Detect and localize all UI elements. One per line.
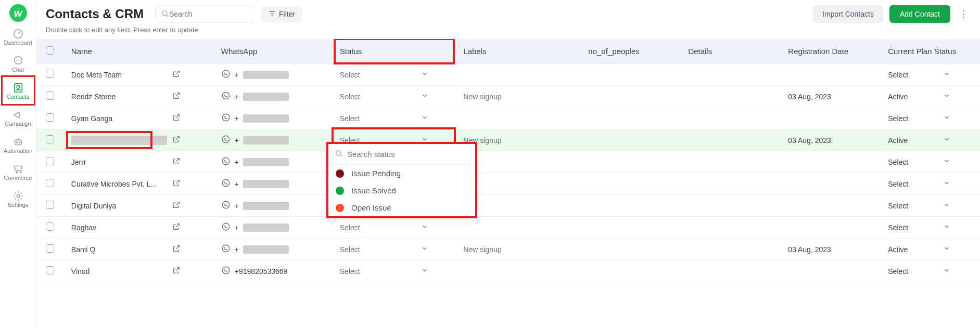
nop-cell[interactable] [581, 239, 681, 260]
table-row[interactable]: Gyan Ganga+SelectSelect [36, 108, 980, 129]
col-plan-status[interactable]: Current Plan Status [881, 39, 980, 64]
sidebar-item-contacts[interactable]: Contacts [3, 77, 34, 104]
table-row[interactable]: Digital Duniya+SelectSelect [36, 195, 980, 217]
details-cell[interactable] [681, 217, 781, 239]
details-cell[interactable] [681, 86, 781, 108]
search-input-wrap[interactable] [155, 6, 254, 23]
nop-cell[interactable] [581, 86, 681, 108]
registration-date-cell[interactable] [781, 151, 881, 173]
row-checkbox[interactable] [46, 179, 54, 187]
open-contact-icon[interactable] [172, 70, 181, 80]
plan-select[interactable]: Select [888, 223, 950, 232]
sidebar-item-commerce[interactable]: Commerce [3, 158, 34, 185]
whatsapp-cell[interactable]: + [221, 178, 325, 189]
details-cell[interactable] [681, 151, 781, 173]
open-contact-icon[interactable] [172, 179, 181, 189]
filter-button[interactable]: Filter [261, 6, 302, 22]
row-checkbox[interactable] [46, 113, 54, 122]
import-contacts-button[interactable]: Import Contacts [813, 5, 883, 23]
row-checkbox[interactable] [46, 201, 54, 209]
sidebar-item-campaign[interactable]: Campaign [3, 104, 34, 131]
plan-select[interactable]: Select [888, 179, 950, 188]
status-option[interactable]: Open Issue [328, 199, 475, 216]
registration-date-cell[interactable] [781, 260, 881, 282]
plan-select[interactable]: Select [888, 201, 950, 210]
whatsapp-cell[interactable]: + [221, 244, 325, 255]
open-contact-icon[interactable] [172, 201, 181, 211]
nop-cell[interactable] [581, 260, 681, 282]
status-option[interactable]: Issue Pending [328, 165, 475, 182]
nop-cell[interactable] [581, 151, 681, 173]
table-row[interactable]: +SelectNew signup03 Aug, 2023Active [36, 129, 980, 151]
labels-cell[interactable] [456, 217, 581, 239]
registration-date-cell[interactable] [781, 64, 881, 86]
whatsapp-cell[interactable]: + [221, 91, 325, 102]
nop-cell[interactable] [581, 173, 681, 195]
row-checkbox[interactable] [46, 157, 54, 165]
registration-date-cell[interactable]: 03 Aug, 2023 [781, 239, 881, 260]
table-row[interactable]: Jerrr+SelectSelect [36, 151, 980, 173]
details-cell[interactable] [681, 129, 781, 151]
add-contact-button[interactable]: Add Contact [889, 5, 950, 23]
registration-date-cell[interactable]: 03 Aug, 2023 [781, 86, 881, 108]
whatsapp-cell[interactable]: + [221, 156, 325, 167]
status-option[interactable]: Issue Solved [328, 182, 475, 199]
col-details[interactable]: Details [681, 39, 781, 64]
details-cell[interactable] [681, 173, 781, 195]
labels-cell[interactable]: New signup [456, 86, 581, 108]
details-cell[interactable] [681, 195, 781, 217]
table-row[interactable]: Curative Microbes Pvt. L...+SelectSelect [36, 173, 980, 195]
registration-date-cell[interactable] [781, 108, 881, 129]
status-select[interactable]: Select [340, 267, 428, 275]
row-checkbox[interactable] [46, 266, 54, 274]
labels-cell[interactable] [456, 64, 581, 86]
col-registration-date[interactable]: Registration Date [781, 39, 881, 64]
open-contact-icon[interactable] [172, 222, 181, 232]
col-labels[interactable]: Labels [456, 39, 581, 64]
plan-select[interactable]: Active [888, 136, 950, 145]
plan-select[interactable]: Select [888, 158, 950, 166]
nop-cell[interactable] [581, 108, 681, 129]
row-checkbox[interactable] [46, 222, 54, 231]
plan-select[interactable]: Select [888, 70, 950, 79]
row-checkbox[interactable] [46, 135, 54, 143]
table-row[interactable]: Rendz Storee+SelectNew signup03 Aug, 202… [36, 86, 980, 108]
whatsapp-cell[interactable]: + [221, 222, 325, 233]
table-row[interactable]: Banti Q+SelectNew signup03 Aug, 2023Acti… [36, 239, 980, 260]
row-checkbox[interactable] [46, 91, 54, 100]
registration-date-cell[interactable] [781, 195, 881, 217]
status-select[interactable]: Select [340, 223, 428, 232]
col-name[interactable]: Name [64, 39, 214, 64]
status-select[interactable]: Select [340, 70, 428, 79]
whatsapp-cell[interactable]: + [221, 135, 325, 146]
plan-select[interactable]: Active [888, 92, 950, 101]
registration-date-cell[interactable] [781, 217, 881, 239]
sidebar-item-dashboard[interactable]: Dashboard [3, 23, 34, 50]
open-contact-icon[interactable] [172, 157, 181, 167]
open-contact-icon[interactable] [172, 244, 181, 254]
nop-cell[interactable] [581, 195, 681, 217]
plan-select[interactable]: Active [888, 245, 950, 254]
status-search-input[interactable] [347, 150, 469, 159]
open-contact-icon[interactable] [172, 135, 181, 145]
status-search-wrap[interactable] [328, 144, 475, 165]
open-contact-icon[interactable] [172, 266, 181, 276]
status-select[interactable]: Select [340, 114, 428, 123]
labels-cell[interactable] [456, 108, 581, 129]
row-checkbox[interactable] [46, 70, 54, 78]
status-select[interactable]: Select [340, 245, 428, 254]
col-whatsapp[interactable]: WhatsApp [214, 39, 333, 64]
sidebar-item-chat[interactable]: Chat [3, 50, 34, 77]
registration-date-cell[interactable] [781, 173, 881, 195]
open-contact-icon[interactable] [172, 113, 181, 123]
row-checkbox[interactable] [46, 244, 54, 253]
whatsapp-cell[interactable]: +919820533669 [221, 266, 325, 277]
details-cell[interactable] [681, 260, 781, 282]
col-status[interactable]: Status [333, 39, 456, 64]
details-cell[interactable] [681, 239, 781, 260]
sidebar-item-settings[interactable]: Settings [3, 185, 34, 212]
whatsapp-cell[interactable]: + [221, 69, 325, 80]
nop-cell[interactable] [581, 64, 681, 86]
registration-date-cell[interactable]: 03 Aug, 2023 [781, 129, 881, 151]
nop-cell[interactable] [581, 217, 681, 239]
